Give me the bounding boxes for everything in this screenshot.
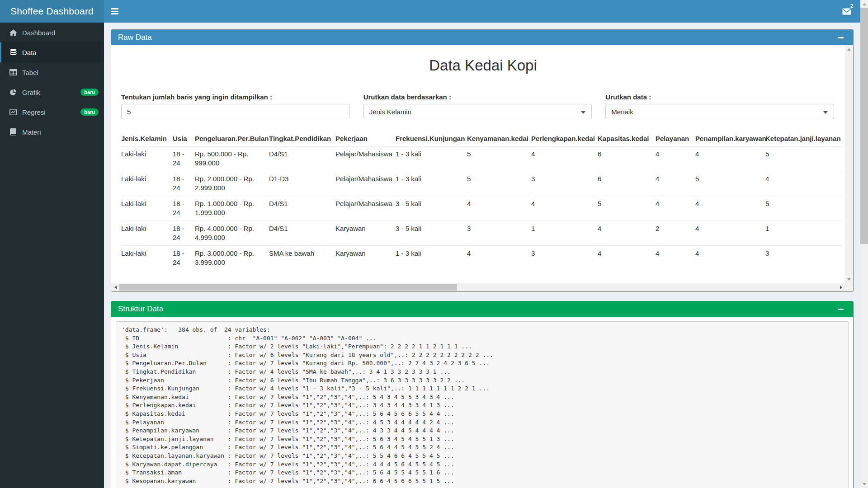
table-cell: 4 (467, 196, 531, 221)
table-cell: 18 - 24 (173, 246, 195, 271)
table-cell: 1 - 3 kali (396, 146, 467, 171)
table-cell: 4 (531, 146, 598, 171)
sidebar-item-label: Grafik (22, 89, 40, 96)
table-cell: 4 (467, 246, 531, 271)
main-content: Raw Data Data Kedai Kopi Tentukan jumlah… (104, 23, 860, 488)
sidebar-item-regresi[interactable]: Regresibaru (0, 102, 104, 122)
table-cell: 2 (656, 221, 695, 246)
table-cell: 1 (765, 221, 842, 246)
chevron-down-icon (581, 111, 585, 114)
column-header: Kenyamanan.kedai (467, 131, 531, 146)
column-header: Pekerjaan (335, 131, 396, 146)
table-vertical-scrollbar[interactable] (845, 45, 853, 283)
table-cell: 4 (656, 196, 695, 221)
raw-data-collapse-button[interactable] (835, 32, 846, 43)
rows-count-label: Tentukan jumlah baris yang ingin ditampi… (121, 93, 350, 101)
table-cell: D1-D3 (269, 171, 335, 196)
raw-data-box-body: Data Kedai Kopi Tentukan jumlah baris ya… (111, 45, 853, 291)
table-cell: 5 (765, 196, 842, 221)
table-cell: 1 - 3 kali (396, 171, 467, 196)
raw-data-table: Jenis.KelaminUsiaPengeluaran.Per.BulanTi… (121, 131, 842, 270)
rows-count-input[interactable] (121, 104, 350, 119)
sidebar-item-label: Materi (22, 128, 41, 136)
column-header: Perlengkapan.kedai (531, 131, 598, 146)
table-cell: Pelajar/Mahasiswa (335, 196, 396, 221)
table-cell: Pelajar/Mahasiswa (335, 171, 396, 196)
table-cell: Rp. 3.000.000 - Rp. 3.999.000 (195, 246, 269, 271)
sort-order-value: Menaik (611, 108, 633, 116)
table-cell: 3 (467, 221, 531, 246)
minus-icon (838, 37, 844, 38)
column-header: Kapasitas.kedai (598, 131, 656, 146)
rows-count-control: Tentukan jumlah baris yang ingin ditampi… (121, 93, 350, 119)
sidebar-item-label: Regresi (22, 108, 46, 116)
table-icon (8, 69, 18, 75)
table-cell: 6 (598, 171, 656, 196)
sidebar-item-grafik[interactable]: Grafikbaru (0, 82, 104, 102)
sort-by-select[interactable]: Jenis Kelamin (363, 104, 592, 119)
messages-menu-button[interactable]: 2 (837, 0, 857, 23)
table-cell: 4 (656, 171, 695, 196)
table-cell: Laki-laki (121, 221, 173, 246)
table-cell: 18 - 24 (173, 221, 195, 246)
home-icon (8, 29, 18, 36)
table-cell: D4/S1 (269, 196, 335, 221)
table-cell: Rp. 2.000.000 - Rp. 2.999.000 (195, 171, 269, 196)
table-cell: Laki-laki (121, 196, 173, 221)
table-cell: 18 - 24 (173, 171, 195, 196)
column-header: Frekuensi.Kunjungan (396, 131, 467, 146)
sidebar-toggle-button[interactable] (104, 0, 125, 23)
sort-order-label: Urutkan data : (605, 93, 834, 101)
struktur-data-collapse-button[interactable] (835, 304, 846, 314)
table-cell: Rp. 4.000.000 - Rp. 4.999.000 (195, 221, 269, 246)
table-cell: 4 (695, 196, 765, 221)
table-header-row: Jenis.KelaminUsiaPengeluaran.Per.BulanTi… (121, 131, 842, 146)
sidebar-item-label: Dashboard (22, 29, 55, 37)
table-horizontal-scrollbar[interactable] (111, 283, 845, 291)
struktur-data-box-body: 'data.frame': 384 obs. of 24 variables: … (111, 317, 853, 488)
sort-order-select[interactable]: Menaik (605, 104, 834, 119)
table-cell: 3 (765, 246, 842, 271)
minus-icon (838, 309, 844, 310)
chevron-down-icon (823, 111, 828, 114)
table-row: Laki-laki18 - 24Rp. 4.000.000 - Rp. 4.99… (121, 221, 842, 246)
sort-order-control: Urutkan data : Menaik (605, 93, 834, 119)
table-cell: 3 (531, 246, 598, 271)
sidebar-menu: DashboardDataTabelGrafikbaruRegresibaruM… (0, 23, 104, 142)
top-header: Shoffee Dashboard 2 (0, 0, 860, 23)
table-cell: 3 (531, 171, 598, 196)
pie-chart-icon (8, 89, 18, 96)
table-row: Laki-laki18 - 24Rp. 3.000.000 - Rp. 3.99… (121, 246, 842, 271)
column-header: Pengeluaran.Per.Bulan (195, 131, 269, 146)
sidebar-item-tabel[interactable]: Tabel (0, 62, 104, 82)
envelope-icon (842, 8, 851, 15)
table-controls: Tentukan jumlah baris yang ingin ditampi… (121, 93, 845, 119)
column-header: Jenis.Kelamin (121, 131, 173, 146)
scroll-up-arrow-icon (863, 3, 866, 5)
table-cell: Laki-laki (121, 171, 173, 196)
column-header: Ketepatan.janji.layanan (765, 131, 842, 146)
table-cell: 4 (598, 221, 656, 246)
column-header: Usia (173, 131, 195, 146)
sidebar-item-materi[interactable]: Materi (0, 122, 104, 142)
page-scroll-thumb[interactable] (860, 8, 868, 244)
table-cell: Laki-laki (121, 246, 173, 271)
page-scrollbar[interactable] (860, 0, 868, 488)
table-cell: 4 (531, 196, 598, 221)
table-cell: 5 (765, 146, 842, 171)
table-cell: 4 (656, 146, 695, 171)
table-cell: 18 - 24 (173, 196, 195, 221)
horizontal-scroll-thumb[interactable] (119, 284, 457, 291)
app-logo[interactable]: Shoffee Dashboard (0, 0, 104, 23)
table-cell: Pelajar/Mahasiswa (335, 146, 396, 171)
column-header: Penampilan.karyawan (695, 131, 765, 146)
scroll-right-arrow-icon (840, 286, 842, 289)
table-cell: 18 - 24 (173, 146, 195, 171)
database-icon (8, 49, 18, 56)
sidebar-item-dashboard[interactable]: Dashboard (0, 23, 104, 42)
table-cell: 4 (765, 171, 842, 196)
sidebar-item-data[interactable]: Data (0, 42, 104, 62)
sidebar: DashboardDataTabelGrafikbaruRegresibaruM… (0, 23, 104, 488)
scrollbar-corner (845, 283, 853, 291)
raw-data-box-title: Raw Data (118, 33, 152, 42)
